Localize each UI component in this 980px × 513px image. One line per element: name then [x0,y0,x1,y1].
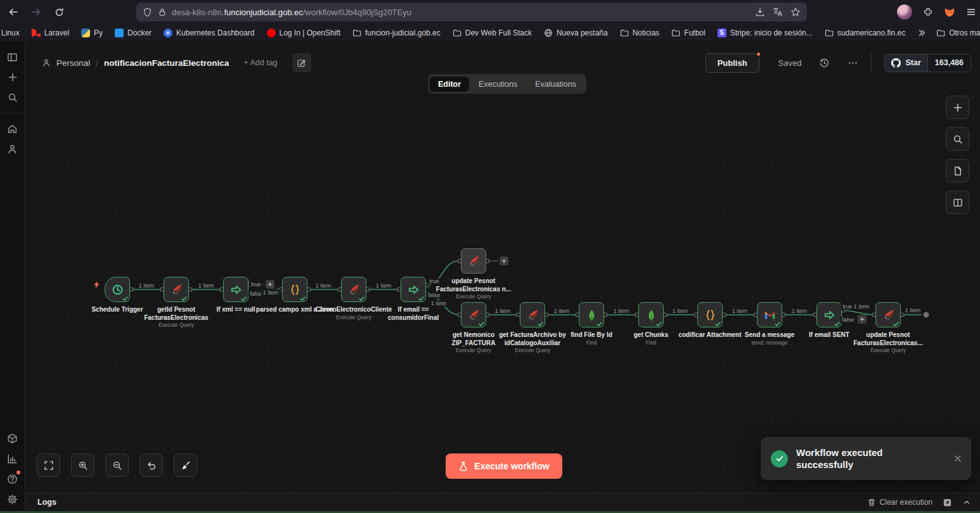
node-get-factura-archivo[interactable]: get FacturaArchivo by idCatalogoAuxiliar… [520,302,545,327]
tab-executions[interactable]: Executions [470,77,525,92]
node-box[interactable] [461,302,486,327]
node-box[interactable] [875,302,901,327]
zoom-in-button[interactable] [71,453,94,477]
bookmark-linux[interactable]: Linux [1,28,20,37]
back-button[interactable] [4,3,23,22]
node-codificar-attachment[interactable]: codificar Attachment [697,302,723,327]
profile-avatar[interactable] [897,4,912,20]
canvas-search-button[interactable] [946,127,969,151]
add-node-connector[interactable] [500,256,508,265]
node-box[interactable] [579,302,604,327]
node-if-xml-null[interactable]: If xml == null [223,277,248,302]
sidebar-toggle-icon[interactable] [0,47,25,67]
add-tag-button[interactable]: + Add tag [243,58,277,67]
logs-panel-header[interactable]: Logs Clear execution [25,493,980,511]
bookmark-star-icon[interactable] [790,7,801,17]
node-box[interactable] [282,277,307,302]
clear-execution-button[interactable]: Clear execution [867,498,932,507]
bookmark-futbol[interactable]: Futbol [671,28,705,37]
forward-button[interactable] [27,3,46,22]
node-box[interactable] [461,248,486,274]
canvas-sticky-note-button[interactable] [946,159,969,182]
node-box[interactable] [401,277,426,302]
reload-button[interactable] [49,3,68,22]
bookmark-kubernetes[interactable]: Kubernetes Dashboard [164,28,254,37]
undo-button[interactable] [139,453,163,477]
open-logs-icon[interactable] [943,498,952,507]
sidebar-templates-icon[interactable] [0,428,25,448]
node-if-email-sent[interactable]: If email SENT [816,302,842,327]
node-box[interactable] [520,302,545,327]
node-update-pesnot-top[interactable]: update Pesnot FacturasElectronicas n... … [461,248,486,274]
collapse-logs-icon[interactable] [962,498,971,507]
bookmark-docker[interactable]: Docker [115,28,152,37]
sidebar-settings-icon[interactable] [0,489,25,509]
publish-button[interactable]: Publish [706,53,759,73]
node-if-email-consumidor[interactable]: If email == consumidorFinal [401,277,426,302]
saved-status: Saved [778,58,802,68]
save-page-icon[interactable] [755,7,765,17]
execute-workflow-button[interactable]: Execute workflow [446,453,562,479]
url-bar[interactable]: desa-k8s-n8n.funcionjudicial.gob.ec/work… [136,3,807,22]
node-box[interactable] [638,302,664,327]
workflow-canvas[interactable]: 1 item 1 item true false 1 item 1 item 1… [25,84,980,493]
bookmark-nueva-pestana[interactable]: Nueva pestaña [544,28,608,37]
tab-evaluations[interactable]: Evaluations [527,77,584,92]
bookmark-laravel[interactable]: Laravel [32,28,69,37]
github-star-widget[interactable]: Star 163,486 [884,54,971,72]
lock-icon[interactable] [158,8,167,16]
tab-editor[interactable]: Editor [430,77,469,92]
bookmarks-overflow-icon[interactable] [917,28,926,37]
toast-close-icon[interactable] [953,454,962,463]
edit-workflow-icon[interactable] [292,53,311,72]
bookmark-funcion-judicial[interactable]: funcion-judicial.gob.ec [352,28,441,37]
canvas-panel-button[interactable] [946,191,969,214]
node-box[interactable] [816,302,842,327]
node-schedule-trigger[interactable]: Schedule Trigger [105,277,130,302]
more-options-icon[interactable] [848,58,858,68]
bookmark-dev-web[interactable]: Dev Web Full Stack [453,28,532,37]
node-update-pesnot-final[interactable]: update Pesnot FacturasElectronicas... Ex… [875,302,901,327]
bookmark-py[interactable]: Py [81,28,103,37]
zoom-out-button[interactable] [105,453,129,477]
canvas-add-node-button[interactable] [946,96,969,119]
node-get-chunks[interactable]: get Chunks Find [638,302,664,327]
workflow-name[interactable]: notificacionFacturaElectronica [104,58,229,68]
translate-icon[interactable] [773,7,783,17]
node-correo-electronico-cliente[interactable]: CorreoElectronicoCliente Execute Query [341,277,366,302]
firefox-account-icon[interactable] [944,6,955,18]
add-node-connector[interactable] [858,315,867,324]
node-send-a-message[interactable]: Send a message send: message [757,302,782,327]
node-box[interactable] [105,277,130,302]
sidebar-add-workflow-icon[interactable] [0,67,25,87]
node-box[interactable] [697,302,723,327]
bookmark-sudamericano[interactable]: sudamericano.fin.ec [825,28,905,37]
sidebar-search-icon[interactable] [0,87,25,108]
mongodb-icon [586,309,598,321]
menu-icon[interactable] [966,7,976,17]
node-box[interactable] [164,277,189,302]
node-getid-pesnot[interactable]: getId Pesnot FacturasElectronicas Execut… [164,277,189,302]
bookmark-noticias[interactable]: Noticias [620,28,660,37]
bookmark-stripe[interactable]: Stripe: inicio de sesión... [718,28,813,37]
history-icon[interactable] [819,58,830,68]
sidebar-personal-icon[interactable] [0,139,25,159]
extension-icon[interactable] [923,7,933,17]
bookmark-openshift[interactable]: Log In | OpenShift [267,28,341,37]
bookmark-otros-marcadores[interactable]: Otros marcadores [936,28,980,37]
breadcrumb-project[interactable]: Personal [56,58,90,68]
tidy-up-button[interactable] [174,453,197,477]
zoom-to-fit-button[interactable] [37,453,60,477]
shield-icon[interactable] [143,8,152,17]
node-box[interactable] [223,277,248,302]
sidebar-help-icon[interactable] [0,469,25,489]
node-box[interactable] [757,302,782,327]
node-find-file-by-id[interactable]: find File By Id Find [579,302,604,327]
success-check-icon [478,320,485,327]
node-get-nemonico-zip[interactable]: get Nemonico ZIP_FACTURA Execute Query [461,302,486,327]
sidebar-home-icon[interactable] [0,118,25,139]
node-parsed-campo-xml[interactable]: parsed campo xml a Json [282,277,307,302]
sidebar-insights-icon[interactable] [0,448,25,469]
node-box[interactable] [341,277,366,302]
add-node-connector[interactable] [266,280,274,289]
